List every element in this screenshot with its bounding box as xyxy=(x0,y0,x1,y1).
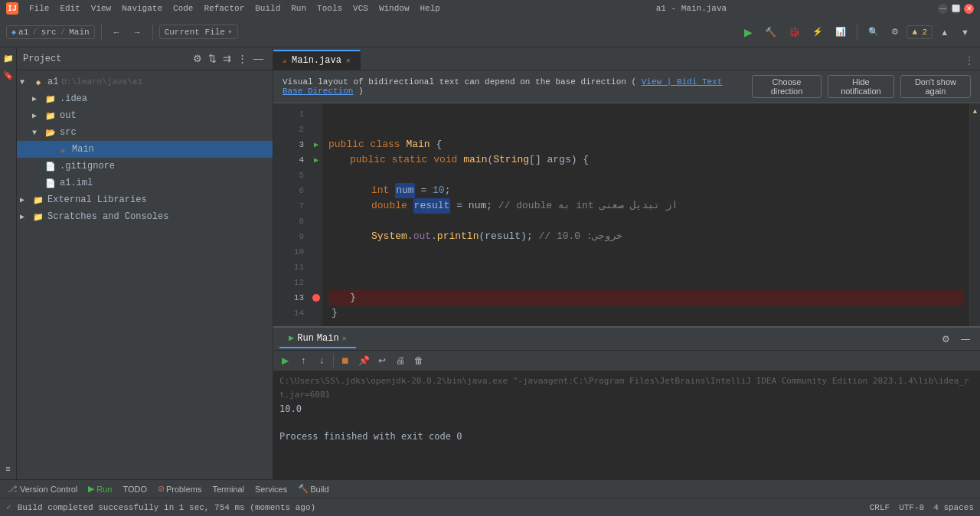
gutter-7 xyxy=(310,198,322,214)
window-controls[interactable]: — ⬜ ✕ xyxy=(938,4,974,14)
minimize-button[interactable]: — xyxy=(938,4,948,14)
bottom-nav-problems[interactable]: ⊘ Problems xyxy=(153,481,206,497)
cmt-2: // 10.0 :خروجی xyxy=(533,229,622,244)
current-file-badge[interactable]: Current File ▾ xyxy=(159,24,238,39)
tree-item-idea[interactable]: ▶ 📁 .idea xyxy=(17,90,273,107)
tree-item-a1[interactable]: ▼ ◆ a1 D:\learn\java\a1 xyxy=(17,73,273,90)
profile-button[interactable]: 📊 xyxy=(831,24,851,40)
bottom-panel: ▶ Run Main ✕ ⚙ — ▶ ↑ ↓ ⏹ 📌 ↩ 🖨 xyxy=(273,326,980,479)
scroll-down-btn[interactable]: ↓ xyxy=(313,352,330,369)
tree-item-out[interactable]: ▶ 📁 out xyxy=(17,107,273,124)
menu-code[interactable]: Code xyxy=(168,2,198,15)
tab-more-button[interactable]: ⋮ xyxy=(959,52,980,70)
bottom-nav-services[interactable]: Services xyxy=(250,482,292,497)
bottom-nav-terminal[interactable]: Terminal xyxy=(207,482,249,497)
build-button[interactable]: 🔨 xyxy=(760,24,781,41)
notification-link[interactable]: View | Bidi Text Base Direction xyxy=(283,77,722,96)
bottom-minimize-btn[interactable]: — xyxy=(957,331,974,348)
tree-item-external[interactable]: ▶ 📁 External Libraries xyxy=(17,191,273,208)
menu-vcs[interactable]: VCS xyxy=(348,2,373,15)
line-num-1: 1 xyxy=(273,106,304,122)
assign-1: = xyxy=(415,183,433,198)
sidebar-expand-all[interactable]: ⇅ xyxy=(205,51,220,66)
back-button[interactable]: ← xyxy=(108,24,126,40)
bottom-tab-close[interactable]: ✕ xyxy=(342,334,347,343)
pin-btn[interactable]: 📌 xyxy=(355,352,372,369)
num-10: 10 xyxy=(433,183,445,198)
debug-button[interactable]: 🐞 xyxy=(784,24,805,41)
tree-item-main[interactable]: ▶ ☕ Main xyxy=(17,141,273,158)
menu-view[interactable]: View xyxy=(87,2,116,15)
dont-show-again-button[interactable]: Don't show again xyxy=(900,75,971,98)
breakpoint-13[interactable] xyxy=(312,294,320,302)
fn-println: println xyxy=(437,229,479,244)
menu-help[interactable]: Help xyxy=(416,2,445,15)
bottom-tab-run[interactable]: ▶ Run Main ✕ xyxy=(279,329,356,348)
bottom-nav-todo[interactable]: TODO xyxy=(118,482,152,497)
var-result-ref: result xyxy=(485,229,521,244)
menu-build[interactable]: Build xyxy=(250,2,285,15)
structure-icon[interactable]: ≡ xyxy=(1,461,16,476)
run-arrow-4[interactable]: ▶ xyxy=(314,155,318,165)
menu-navigate[interactable]: Navigate xyxy=(117,2,167,15)
close-button[interactable]: ✕ xyxy=(964,4,974,14)
sidebar-close[interactable]: — xyxy=(250,51,266,66)
gutter-13[interactable] xyxy=(310,290,322,305)
print-btn[interactable]: 🖨 xyxy=(392,352,409,369)
bottom-nav-version-control[interactable]: ⎇ Version Control xyxy=(3,481,82,497)
code-content[interactable]: public class Main { public static void m… xyxy=(322,103,969,326)
project-icon[interactable]: 📁 xyxy=(1,51,16,66)
bottom-nav-build[interactable]: 🔨 Build xyxy=(293,481,333,497)
output-exit: Process finished with exit code 0 xyxy=(279,429,974,443)
tab-main-java[interactable]: ☕ Main.java ✕ xyxy=(273,50,361,70)
code-line-6: int num = 10; xyxy=(328,183,963,198)
code-editor[interactable]: 1 2 3 4 5 6 7 8 9 10 11 12 13 14 xyxy=(273,103,980,326)
run-again-btn[interactable]: ▶ xyxy=(276,352,293,369)
forward-button[interactable]: → xyxy=(129,24,146,40)
restore-button[interactable]: ⬜ xyxy=(951,4,961,14)
run-arrow-3[interactable]: ▶ xyxy=(314,140,318,149)
sidebar-collapse-all[interactable]: ⇉ xyxy=(220,51,234,66)
menu-refactor[interactable]: Refactor xyxy=(199,2,249,15)
warnings-down[interactable]: ▼ xyxy=(956,24,974,40)
tree-item-gitignore[interactable]: ▶ 📄 .gitignore xyxy=(17,158,273,175)
line-num-5: 5 xyxy=(273,168,304,183)
menu-tools[interactable]: Tools xyxy=(312,2,347,15)
coverage-button[interactable]: ⚡ xyxy=(808,24,828,40)
warnings-up[interactable]: ▲ xyxy=(936,24,953,40)
tab-close-button[interactable]: ✕ xyxy=(346,56,351,65)
tree-item-src[interactable]: ▼ 📂 src xyxy=(17,124,273,141)
warnings-badge[interactable]: ▲ 2 xyxy=(906,25,933,39)
indent-item[interactable]: 4 spaces xyxy=(933,503,974,512)
wrap-btn[interactable]: ↩ xyxy=(374,352,390,369)
stop-btn[interactable]: ⏹ xyxy=(337,352,354,369)
scroll-up-btn[interactable]: ↑ xyxy=(295,352,312,369)
sidebar-settings[interactable]: ⚙ xyxy=(190,51,205,66)
bottom-settings-btn[interactable]: ⚙ xyxy=(937,331,954,348)
gutter-3[interactable]: ▶ xyxy=(310,137,322,152)
choose-direction-button[interactable]: Choose direction xyxy=(752,75,822,98)
menu-file[interactable]: File xyxy=(24,2,54,15)
dot-2: . xyxy=(431,229,437,244)
bookmark-icon[interactable]: 🔖 xyxy=(1,67,16,83)
semi-1: ; xyxy=(445,183,451,198)
menu-window[interactable]: Window xyxy=(374,2,414,15)
line-num-14: 14 xyxy=(273,305,304,321)
clear-btn[interactable]: 🗑 xyxy=(410,352,427,369)
gutter-4[interactable]: ▶ xyxy=(310,152,322,168)
bottom-nav-run[interactable]: ▶ Run xyxy=(83,481,116,497)
project-badge[interactable]: ◆ a1 / src / Main xyxy=(6,25,95,39)
sidebar-options[interactable]: ⋮ xyxy=(234,51,250,66)
encoding-item[interactable]: UTF-8 xyxy=(899,503,924,512)
settings-button[interactable]: ⚙ xyxy=(887,24,903,40)
menu-run[interactable]: Run xyxy=(286,2,311,15)
tree-item-scratches[interactable]: ▶ 📁 Scratches and Consoles xyxy=(17,208,273,225)
tree-item-iml[interactable]: ▶ 📄 a1.iml xyxy=(17,175,273,191)
menu-bar[interactable]: File Edit View Navigate Code Refactor Bu… xyxy=(24,2,445,15)
menu-edit[interactable]: Edit xyxy=(55,2,84,15)
run-button[interactable]: ▶ xyxy=(740,23,757,41)
line-ending-item[interactable]: CRLF xyxy=(870,503,890,512)
tree-label-iml: a1.iml xyxy=(60,178,93,188)
search-button[interactable]: 🔍 xyxy=(864,24,884,40)
hide-notification-button[interactable]: Hide notification xyxy=(828,75,894,98)
